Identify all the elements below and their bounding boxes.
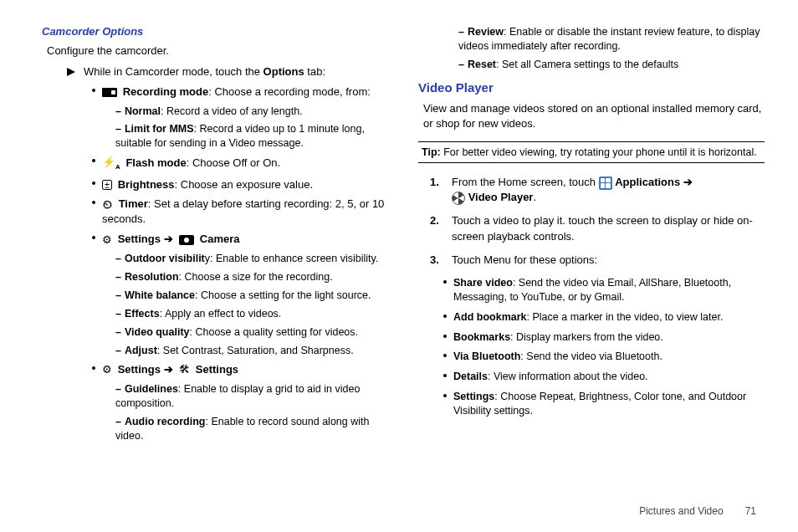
label: Resolution [125,271,179,283]
text: From the Home screen, touch [452,176,599,188]
bullet-item: Via Bluetooth: Send the video via Blueto… [443,350,765,364]
bullet-item: ± Brightness: Choose an exposure value. [92,177,388,192]
arrow-icon: ➔ [683,176,693,188]
dash-item: –Outdoor visibility: Enable to enhance s… [115,252,388,266]
bullet-icon [443,335,447,338]
intro-text: Configure the camcorder. [47,44,388,57]
video-player-icon [452,192,465,205]
step-text: While in Camcorder mode, touch the Optio… [84,65,325,78]
text: : Display markers from the video. [510,331,663,343]
bullet-content: ± Brightness: Choose an exposure value. [102,177,388,192]
text: : Choose Off or On. [187,156,280,169]
label: Settings [118,233,164,245]
footer-page-number: 71 [745,505,756,517]
bullet-icon [443,374,447,377]
bullet-item: Details: View information about the vide… [443,370,765,384]
label: Adjust [125,345,157,356]
bullet-item: ⚙ Settings ➔ 🛠 Settings [92,362,388,377]
arrow-icon: ➔ [164,233,173,245]
intro-text: View and manage videos stored on an opti… [423,101,765,131]
dash-item: –Resolution: Choose a size for the recor… [115,270,388,284]
label: Timer [119,197,148,210]
tools-icon: 🛠 [179,362,190,377]
page-footer: Pictures and Video 71 [639,505,756,517]
applications-icon [599,176,612,190]
label: Settings [453,391,494,402]
dash-item: –Review: Enable or disable the instant r… [458,25,765,54]
brightness-icon: ± [102,180,112,190]
tip-box: Tip: For better video viewing, try rotat… [418,141,765,163]
bullet-item: Recording mode: Choose a recording mode,… [92,84,388,100]
label: Settings [118,363,164,376]
bullet-icon [92,89,95,92]
label: Reset [468,59,496,70]
text: : Send the video via Bluetooth. [520,350,662,362]
tip-text: For better video viewing, try rotating y… [441,146,757,158]
label: Video quality [125,326,190,338]
text: . [533,191,536,203]
bullet-icon [443,280,447,284]
label: Video Player [468,191,534,203]
dash-item: –Reset: Set all Camera settings to the d… [458,58,765,72]
label: Flash mode [125,156,186,169]
numbered-step: 2. Touch a video to play it. touch the s… [430,213,765,243]
text: : Set all Camera settings to the default… [496,59,678,70]
step-content: Touch a video to play it. touch the scre… [452,213,765,243]
text: While in Camcorder mode, touch the [84,65,263,78]
recording-mode-icon [102,88,117,97]
bullet-item: ⚡A Flash mode: Choose Off or On. [92,155,388,171]
label: Guidelines [125,383,178,395]
text: y: Enable to enhance screen visibility. [205,253,379,264]
bullet-content: Recording mode: Choose a recording mode,… [102,84,388,100]
bullet-icon [92,236,95,239]
label: Add bookmark [453,311,527,323]
arrow-icon: ➔ [164,363,173,376]
label: Outdoor visibilit [125,253,205,264]
bullet-item: ⏲ Timer: Set a delay before starting rec… [92,197,388,227]
dash-item: –Adjust: Set Contrast, Saturation, and S… [115,344,388,358]
flash-icon: ⚡A [102,155,120,171]
dash-item: –Audio recording: Enable to record sound… [115,415,388,443]
text: : Apply an effect to videos. [160,308,282,320]
step-number: 2. [430,213,443,243]
label: Review [468,26,504,38]
step-content: From the Home screen, touch Applications… [452,175,765,205]
label: Details [453,371,488,382]
bullet-item: Share video: Send the video via Email, A… [443,276,765,304]
bullet-item: Settings: Choose Repeat, Brightness, Col… [443,390,765,418]
dash-item: –Guidelines: Enable to display a grid to… [115,382,388,411]
label: Settings [196,363,238,376]
bullet-item: Add bookmark: Place a marker in the vide… [443,310,765,325]
numbered-step: 3. Touch Menu for these options: [430,253,765,268]
text: : Choose a size for the recording. [179,271,333,283]
text: : Choose Repeat, Brightness, Color tone,… [453,391,746,417]
dash-item: –Normal: Record a video of any length. [115,105,388,119]
step-number: 3. [430,253,443,268]
play-triangle-icon [67,68,75,76]
dash-item: –White balance: Choose a setting for the… [115,289,388,303]
label: Normal [125,105,161,117]
text: : Choose a setting for the light source. [195,289,371,301]
step-content: Touch Menu for these options: [452,253,765,268]
step-row: While in Camcorder mode, touch the Optio… [67,65,388,78]
numbered-step: 1. From the Home screen, touch Applicati… [430,175,765,205]
bullet-content: ⚡A Flash mode: Choose Off or On. [102,155,388,171]
bullet-icon [443,394,447,397]
footer-section: Pictures and Video [639,505,724,517]
bullet-content: ⏲ Timer: Set a delay before starting rec… [102,197,388,227]
timer-icon: ⏲ [102,197,113,212]
gear-icon: ⚙ [102,362,112,377]
label: Audio recording [125,416,206,427]
text: : Enable or disable the instant review f… [458,26,760,52]
label: Brightness [118,178,175,191]
label: Share video [453,277,513,289]
label: Effects [125,308,160,320]
text: : Record a video of any length. [161,105,303,117]
text: : Set Contrast, Saturation, and Sharpnes… [157,345,354,356]
label: Recording mode [123,85,209,98]
tip-label: Tip: [422,146,441,158]
bullet-item: ⚙ Settings ➔ Camera [92,232,388,247]
bullet-icon [92,366,95,370]
bullet-icon [92,201,95,204]
bullet-content: ⚙ Settings ➔ Camera [102,232,388,247]
